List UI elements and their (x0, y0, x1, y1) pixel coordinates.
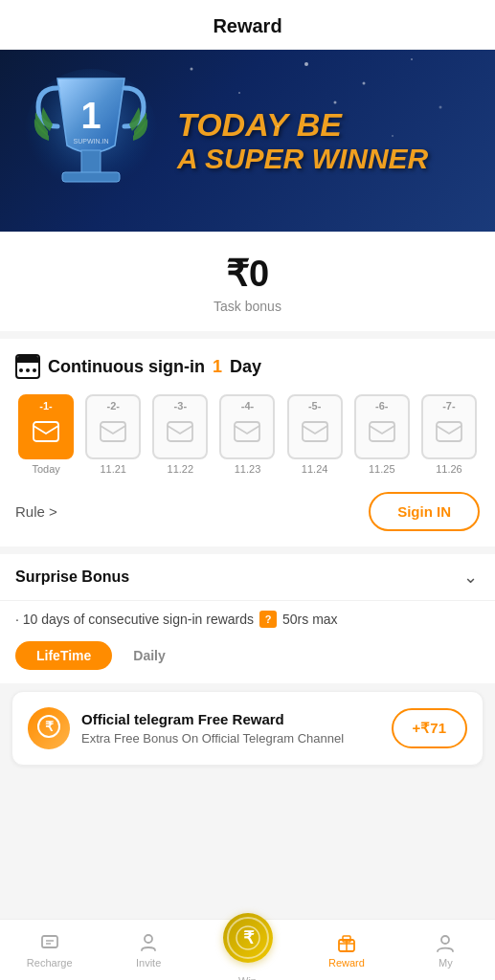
envelope-icon (234, 421, 260, 446)
svg-rect-17 (235, 422, 259, 441)
reward-icon (335, 931, 358, 954)
signin-title: Continuous sign-in (48, 357, 205, 377)
svg-rect-23 (42, 936, 57, 947)
page-header: Reward (0, 0, 495, 50)
nav-invite-label: Invite (136, 957, 161, 969)
day-card-box: -1- (18, 394, 74, 459)
svg-point-26 (145, 935, 152, 943)
svg-rect-19 (370, 422, 394, 441)
calendar-icon (15, 354, 40, 379)
day-card[interactable]: -5- 11.24 (284, 394, 346, 475)
day-date: 11.23 (235, 463, 261, 475)
surprise-section: Surprise Bonus ⌄ · 10 days of consecutiv… (0, 554, 495, 683)
task-bonus-amount: ₹0 (0, 253, 495, 295)
signin-header: Continuous sign-in 1 Day (15, 354, 480, 379)
rule-link[interactable]: Rule > (15, 503, 57, 520)
svg-point-2 (304, 62, 308, 66)
nav-my[interactable]: My (396, 931, 495, 969)
svg-point-0 (191, 68, 193, 71)
envelope-icon (436, 421, 462, 446)
svg-rect-11 (62, 172, 120, 182)
day-date: 11.22 (168, 463, 194, 475)
nav-recharge[interactable]: Recharge (0, 931, 99, 969)
signin-day-label: Day (230, 357, 261, 377)
day-card[interactable]: -6- 11.25 (351, 394, 413, 475)
bottom-nav: Recharge Invite ₹ Win (0, 919, 495, 980)
day-cards: -1- Today -2- 11.21 (15, 394, 480, 479)
svg-text:₹: ₹ (242, 928, 254, 947)
day-card-box: -5- (287, 394, 343, 459)
day-card-box: -2- (85, 394, 141, 459)
surprise-title: Surprise Bonus (15, 568, 129, 586)
envelope-icon (302, 421, 328, 446)
svg-rect-10 (81, 150, 101, 174)
daily-tab[interactable]: Daily (112, 641, 186, 670)
day-number: -2- (106, 400, 119, 412)
nav-win[interactable]: ₹ Win (198, 913, 297, 980)
svg-rect-15 (101, 422, 125, 441)
rupee-icon: ₹ (37, 715, 60, 743)
banner: 1 SUPWIN.IN Today Be A Super Winner (0, 50, 495, 232)
surprise-max-text: 50rs max (282, 612, 338, 627)
day-number: -6- (375, 400, 388, 412)
win-button[interactable]: ₹ (223, 913, 273, 963)
chevron-down-icon[interactable]: ⌄ (461, 568, 480, 587)
question-badge: ? (259, 611, 277, 628)
signin-day-num: 1 (213, 357, 222, 377)
surprise-desc-text: · 10 days of consecutive sign-in rewards (15, 612, 254, 627)
day-number: -5- (308, 400, 321, 412)
reward-card: ₹ Official telegram Free Reward Extra Fr… (11, 691, 484, 766)
day-date: 11.21 (100, 463, 126, 475)
banner-line1: Today Be (177, 107, 476, 143)
lifetime-tabs: LifeTime Daily (0, 641, 495, 683)
day-number: -4- (241, 400, 254, 412)
svg-point-4 (411, 58, 413, 60)
day-date: 11.24 (302, 463, 328, 475)
day-date: Today (32, 463, 59, 475)
reward-card-title: Official telegram Free Reward (81, 711, 392, 727)
svg-text:1: 1 (80, 96, 101, 136)
surprise-desc: · 10 days of consecutive sign-in rewards… (0, 601, 495, 641)
trophy-icon: 1 SUPWIN.IN (10, 59, 172, 222)
reward-card-subtitle: Extra Free Bonus On Official Telegram Ch… (81, 731, 392, 746)
my-icon (434, 931, 457, 954)
task-bonus-section: ₹0 Task bonus (0, 232, 495, 331)
nav-reward[interactable]: Reward (297, 931, 395, 969)
surprise-header[interactable]: Surprise Bonus ⌄ (0, 554, 495, 601)
svg-point-1 (238, 92, 240, 94)
svg-rect-20 (437, 422, 461, 441)
task-bonus-label: Task bonus (0, 299, 495, 314)
banner-text: Today Be A Super Winner (172, 98, 495, 184)
reward-card-info: Official telegram Free Reward Extra Free… (81, 711, 392, 746)
page-title: Reward (213, 15, 281, 36)
signin-button[interactable]: Sigin IN (369, 492, 480, 531)
day-card[interactable]: -2- 11.21 (82, 394, 144, 475)
svg-text:₹: ₹ (45, 719, 54, 734)
nav-recharge-label: Recharge (27, 957, 73, 969)
envelope-icon (369, 421, 395, 446)
day-date: 11.26 (436, 463, 462, 475)
svg-point-3 (363, 82, 366, 85)
recharge-icon (38, 931, 61, 954)
envelope-icon (33, 421, 59, 446)
day-card-box: -3- (152, 394, 208, 459)
nav-invite[interactable]: Invite (99, 931, 197, 969)
day-card[interactable]: -1- Today (15, 394, 77, 475)
day-card-box: -4- (219, 394, 275, 459)
lifetime-tab[interactable]: LifeTime (15, 641, 112, 670)
day-card[interactable]: -7- 11.26 (418, 394, 480, 475)
nav-win-label: Win (238, 975, 257, 980)
day-card[interactable]: -4- 11.23 (216, 394, 278, 475)
svg-point-33 (441, 936, 449, 944)
reward-card-button[interactable]: +₹71 (392, 708, 467, 748)
invite-icon (137, 931, 160, 954)
banner-line2: A Super Winner (177, 143, 476, 174)
svg-text:SUPWIN.IN: SUPWIN.IN (74, 138, 109, 145)
day-card-box: -7- (421, 394, 477, 459)
nav-reward-label: Reward (328, 957, 365, 969)
day-card-box: -6- (354, 394, 410, 459)
svg-rect-16 (168, 422, 192, 441)
svg-rect-14 (34, 422, 58, 441)
nav-my-label: My (439, 957, 453, 969)
day-card[interactable]: -3- 11.22 (149, 394, 211, 475)
